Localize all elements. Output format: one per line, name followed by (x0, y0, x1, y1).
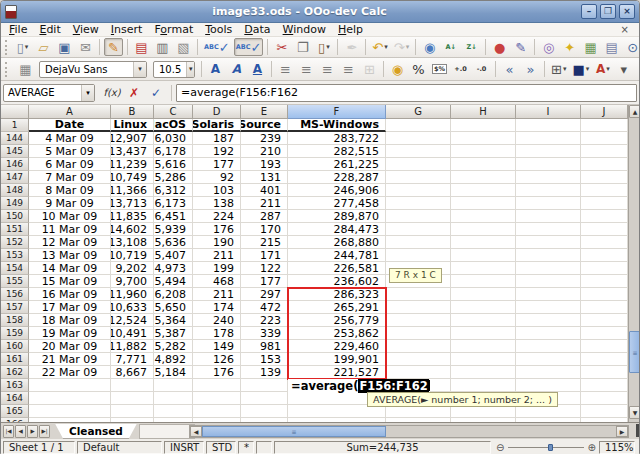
cell-E154[interactable]: 122 (241, 262, 288, 275)
page-style[interactable]: Default (77, 441, 162, 454)
cell-G156[interactable] (386, 288, 451, 301)
cell-C147[interactable]: 5,286 (154, 171, 193, 184)
row-header-155[interactable]: 155 (1, 275, 29, 288)
copy-icon[interactable]: ❐ (293, 38, 312, 56)
cell-F149[interactable]: 277,458 (288, 197, 386, 210)
cell-I162[interactable] (516, 366, 581, 379)
cell-I163[interactable] (516, 379, 581, 392)
zoom-in-icon[interactable]: ⊕ (588, 442, 596, 453)
horizontal-scrollbar[interactable]: ◀ ≡ ▶ (189, 425, 629, 438)
cell-G158[interactable] (386, 314, 451, 327)
cell-H148[interactable] (451, 184, 516, 197)
cell-D165[interactable] (193, 405, 241, 418)
cell-F151[interactable]: 284,473 (288, 223, 386, 236)
cell-E151[interactable]: 170 (241, 223, 288, 236)
cell-J154[interactable] (581, 262, 628, 275)
zoom-thumb[interactable] (548, 444, 553, 451)
cell-A149[interactable]: 9 Mar 09 (29, 197, 111, 210)
cell-E155[interactable]: 177 (241, 275, 288, 288)
cell-A1[interactable]: Date (29, 119, 111, 132)
cell-I150[interactable] (516, 210, 581, 223)
cell-D153[interactable]: 211 (193, 249, 241, 262)
row-header-156[interactable]: 156 (1, 288, 29, 301)
cell-J158[interactable] (581, 314, 628, 327)
cell-J161[interactable] (581, 353, 628, 366)
cell-J162[interactable] (581, 366, 628, 379)
cell-I157[interactable] (516, 301, 581, 314)
cell-E153[interactable]: 171 (241, 249, 288, 262)
cell-H146[interactable] (451, 158, 516, 171)
cut-icon[interactable]: ✂ (272, 38, 291, 56)
cell-D156[interactable]: 211 (193, 288, 241, 301)
cell-E165[interactable] (241, 405, 288, 418)
italic-icon[interactable]: A (227, 60, 246, 78)
selection-mode[interactable]: STD (206, 441, 236, 454)
cell-E159[interactable]: 339 (241, 327, 288, 340)
cell-F153[interactable]: 244,781 (288, 249, 386, 262)
row-header-1[interactable]: 1 (1, 119, 29, 132)
cell-G152[interactable] (386, 236, 451, 249)
cell-D154[interactable]: 199 (193, 262, 241, 275)
menu-edit[interactable]: Edit (33, 23, 66, 37)
cell-J165[interactable] (581, 405, 628, 418)
row-header-153[interactable]: 153 (1, 249, 29, 262)
cell-F150[interactable]: 289,870 (288, 210, 386, 223)
cell-A154[interactable]: 14 Mar 09 (29, 262, 111, 275)
cell-E150[interactable]: 287 (241, 210, 288, 223)
cell-I1[interactable] (516, 119, 581, 132)
delete-decimal-icon[interactable]: -.0 (472, 60, 491, 78)
paste-icon[interactable]: ▯▾ (314, 38, 333, 56)
cell-E149[interactable]: 211 (241, 197, 288, 210)
font-size-combo[interactable]: 10.5 ▾ (153, 61, 195, 78)
cell-E164[interactable] (241, 392, 288, 405)
cell-A162[interactable]: 22 Mar 09 (29, 366, 111, 379)
cell-B147[interactable]: 10,749 (111, 171, 154, 184)
cell-I153[interactable] (516, 249, 581, 262)
cancel-icon[interactable]: ✗ (124, 84, 144, 102)
menu-data[interactable]: Data (238, 23, 276, 37)
cell-A148[interactable]: 8 Mar 09 (29, 184, 111, 197)
cell-F157[interactable]: 265,291 (288, 301, 386, 314)
cell-G149[interactable] (386, 197, 451, 210)
cell-A160[interactable]: 20 Mar 09 (29, 340, 111, 353)
cell-F152[interactable]: 268,880 (288, 236, 386, 249)
cell-J156[interactable] (581, 288, 628, 301)
cell-H160[interactable] (451, 340, 516, 353)
cell-B153[interactable]: 10,719 (111, 249, 154, 262)
cell-E146[interactable]: 193 (241, 158, 288, 171)
cell-B1[interactable]: Linux (111, 119, 154, 132)
cell-H156[interactable] (451, 288, 516, 301)
decrease-indent-icon[interactable]: « (500, 60, 519, 78)
zoom-slider[interactable]: ⊖ ⊕ (496, 442, 596, 453)
cell-C163[interactable] (154, 379, 193, 392)
cell-C144[interactable]: 6,030 (154, 132, 193, 145)
cell-A164[interactable] (29, 392, 111, 405)
merge-cells-icon[interactable]: ⊞ (360, 60, 379, 78)
row-header-152[interactable]: 152 (1, 236, 29, 249)
cell-edit-overlay[interactable]: =average(F156:F162 (288, 379, 430, 392)
cell-G162[interactable] (386, 366, 451, 379)
cell-F158[interactable]: 256,779 (288, 314, 386, 327)
insert-mode[interactable]: INSRT (164, 441, 204, 454)
row-header-161[interactable]: 161 (1, 353, 29, 366)
last-sheet-button[interactable]: ▶| (39, 425, 50, 438)
cell-F159[interactable]: 253,862 (288, 327, 386, 340)
toolbar-grip[interactable] (5, 40, 7, 55)
bold-icon[interactable]: A (206, 60, 225, 78)
cell-F162[interactable]: 221,527 (288, 366, 386, 379)
cell-B155[interactable]: 9,700 (111, 275, 154, 288)
styles-window-icon[interactable]: ▦ (16, 60, 35, 78)
cell-H152[interactable] (451, 236, 516, 249)
cell-D150[interactable]: 224 (193, 210, 241, 223)
cell-E161[interactable]: 153 (241, 353, 288, 366)
underline-icon[interactable]: A (248, 60, 267, 78)
cell-A159[interactable]: 19 Mar 09 (29, 327, 111, 340)
cell-D151[interactable]: 176 (193, 223, 241, 236)
font-color-icon[interactable]: A▾ (593, 60, 612, 78)
cell-I158[interactable] (516, 314, 581, 327)
cell-G153[interactable] (386, 249, 451, 262)
cell-C165[interactable] (154, 405, 193, 418)
cell-A145[interactable]: 5 Mar 09 (29, 145, 111, 158)
sheet-info[interactable]: Sheet 1 / 1 (3, 441, 75, 454)
cell-J152[interactable] (581, 236, 628, 249)
